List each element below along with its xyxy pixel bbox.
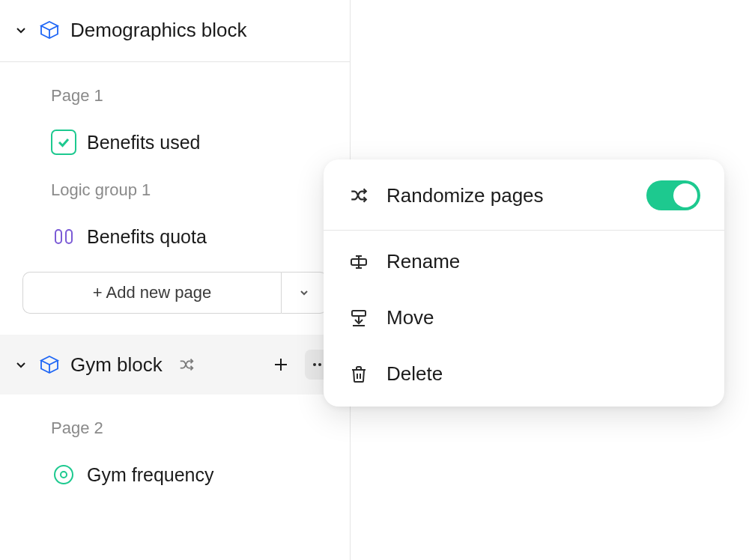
add-new-page-button[interactable]: + Add new page	[22, 272, 281, 314]
menu-item-move[interactable]: Move	[324, 290, 724, 346]
page-label: Page 2	[0, 413, 350, 444]
question-label: Gym frequency	[87, 464, 214, 486]
logic-group-label: Logic group 1	[0, 164, 350, 206]
shuffle-icon	[178, 356, 195, 374]
move-icon	[348, 307, 370, 329]
svg-rect-12	[352, 311, 366, 316]
survey-tree-sidebar: Demographics block Page 1 Benefits used …	[0, 0, 351, 560]
menu-label: Move	[386, 306, 700, 329]
block-header-gym[interactable]: Gym block	[0, 335, 350, 395]
quota-benefits-quota[interactable]: Benefits quota	[0, 215, 350, 258]
menu-label: Randomize pages	[386, 184, 630, 207]
toggle-knob	[673, 183, 697, 207]
question-label: Benefits used	[87, 132, 201, 153]
checkbox-question-icon	[51, 130, 76, 155]
gym-content: Page 2 Gym frequency	[0, 395, 350, 496]
question-benefits-used[interactable]: Benefits used	[0, 121, 350, 164]
randomize-toggle[interactable]	[646, 180, 700, 210]
block-title: Demographics block	[70, 19, 247, 42]
demographics-content: Page 1 Benefits used Logic group 1 Benef…	[0, 62, 350, 323]
question-gym-frequency[interactable]: Gym frequency	[0, 453, 350, 496]
block-options-menu: Randomize pages Rename Move	[324, 159, 724, 407]
svg-rect-2	[55, 230, 61, 243]
block-cube-icon	[37, 353, 61, 377]
radio-question-icon	[51, 462, 76, 487]
add-page-dropdown-button[interactable]	[281, 272, 327, 314]
chevron-down-icon	[13, 22, 28, 37]
rename-icon	[348, 251, 370, 273]
block-title: Gym block	[70, 353, 163, 377]
shuffle-icon	[348, 184, 370, 207]
block-header-demographics[interactable]: Demographics block	[0, 0, 350, 62]
menu-label: Delete	[386, 362, 700, 386]
block-cube-icon	[37, 18, 61, 42]
quota-icon	[51, 224, 76, 249]
gym-block-section: Gym block Page 2	[0, 335, 350, 496]
svg-point-8	[55, 466, 73, 484]
page-label: Page 1	[0, 80, 350, 112]
add-page-row: + Add new page	[0, 258, 350, 323]
svg-point-9	[61, 472, 67, 478]
chevron-down-icon	[13, 357, 28, 372]
menu-item-randomize-pages[interactable]: Randomize pages	[324, 159, 724, 231]
add-button[interactable]	[266, 350, 296, 380]
menu-item-delete[interactable]: Delete	[324, 346, 724, 407]
trash-icon	[348, 363, 370, 386]
svg-marker-0	[41, 22, 58, 30]
svg-rect-3	[66, 230, 72, 243]
quota-label: Benefits quota	[87, 226, 207, 248]
menu-label: Rename	[386, 250, 700, 273]
svg-marker-4	[41, 356, 58, 365]
menu-item-rename[interactable]: Rename	[324, 231, 724, 290]
